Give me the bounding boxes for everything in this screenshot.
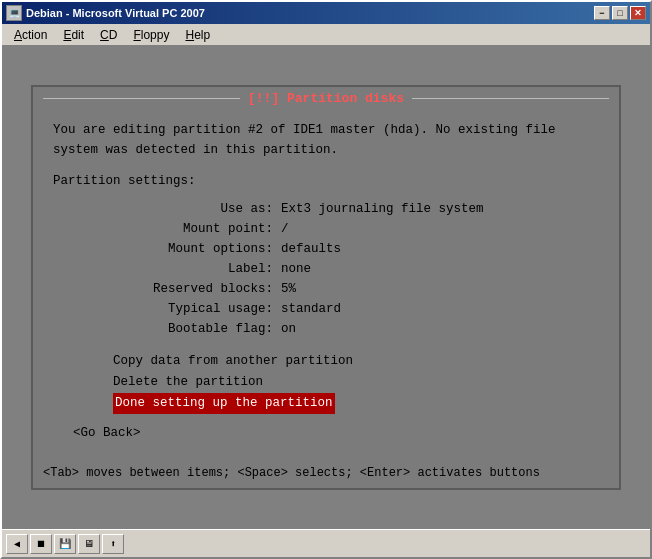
settings-label: Partition settings:: [53, 172, 599, 191]
info-line1: You are editing partition #2 of IDE1 mas…: [53, 123, 556, 137]
menu-floppy[interactable]: Floppy: [125, 26, 177, 44]
setting-val-label: none: [281, 259, 311, 279]
info-text: You are editing partition #2 of IDE1 mas…: [53, 120, 599, 160]
setting-key-mount-options: Mount options:: [113, 239, 273, 259]
title-bar-left: 💻 Debian - Microsoft Virtual PC 2007: [6, 5, 205, 21]
action-delete-partition[interactable]: Delete the partition: [113, 372, 599, 393]
setting-val-typical: standard: [281, 299, 341, 319]
setting-reserved-blocks: Reserved blocks: 5%: [113, 279, 599, 299]
settings-table: Use as: Ext3 journaling file system Moun…: [113, 199, 599, 339]
setting-use-as: Use as: Ext3 journaling file system: [113, 199, 599, 219]
action-done-setting-up[interactable]: Done setting up the partition: [113, 393, 335, 414]
actions-list: Copy data from another partition Delete …: [113, 351, 599, 415]
toolbar-btn-save[interactable]: 💾: [54, 534, 76, 554]
menu-edit[interactable]: Edit: [55, 26, 92, 44]
toolbar-btn-up[interactable]: ⬆: [102, 534, 124, 554]
window-icon: 💻: [6, 5, 22, 21]
setting-label: Label: none: [113, 259, 599, 279]
main-area: [!!] Partition disks You are editing par…: [2, 46, 650, 529]
setting-val-mount-options: defaults: [281, 239, 341, 259]
setting-bootable-flag: Bootable flag: on: [113, 319, 599, 339]
setting-mount-options: Mount options: defaults: [113, 239, 599, 259]
setting-key-bootable: Bootable flag:: [113, 319, 273, 339]
menu-help[interactable]: Help: [177, 26, 218, 44]
go-back-button[interactable]: <Go Back>: [73, 424, 599, 443]
maximize-button[interactable]: □: [612, 6, 628, 20]
toolbar-btn-stop[interactable]: ⏹: [30, 534, 52, 554]
info-line2: system was detected in this partition.: [53, 143, 338, 157]
minimize-button[interactable]: −: [594, 6, 610, 20]
toolbar-btn-back[interactable]: ◀: [6, 534, 28, 554]
setting-typical-usage: Typical usage: standard: [113, 299, 599, 319]
close-button[interactable]: ✕: [630, 6, 646, 20]
setting-key-typical: Typical usage:: [113, 299, 273, 319]
title-bar: 💻 Debian - Microsoft Virtual PC 2007 − □…: [2, 2, 650, 24]
setting-key-reserved: Reserved blocks:: [113, 279, 273, 299]
setting-val-mount-point: /: [281, 219, 289, 239]
menu-action[interactable]: Action: [6, 26, 55, 44]
setting-key-mount-point: Mount point:: [113, 219, 273, 239]
setting-val-use-as: Ext3 journaling file system: [281, 199, 484, 219]
panel-title: [!!] Partition disks: [240, 91, 412, 106]
setting-val-bootable: on: [281, 319, 296, 339]
setting-key-use-as: Use as:: [113, 199, 273, 219]
panel-title-bar: [!!] Partition disks: [33, 87, 619, 110]
main-window: 💻 Debian - Microsoft Virtual PC 2007 − □…: [0, 0, 652, 559]
go-back-label: <Go Back>: [73, 426, 141, 440]
title-bar-buttons: − □ ✕: [594, 6, 646, 20]
menu-bar: Action Edit CD Floppy Help: [2, 24, 650, 46]
window-title: Debian - Microsoft Virtual PC 2007: [26, 7, 205, 19]
terminal-panel: [!!] Partition disks You are editing par…: [31, 85, 621, 490]
setting-val-reserved: 5%: [281, 279, 296, 299]
menu-cd[interactable]: CD: [92, 26, 125, 44]
action-copy-data[interactable]: Copy data from another partition: [113, 351, 599, 372]
setting-key-label: Label:: [113, 259, 273, 279]
toolbar: ◀ ⏹ 💾 🖥 ⬆: [2, 529, 650, 557]
panel-content: You are editing partition #2 of IDE1 mas…: [33, 110, 619, 458]
status-bar: <Tab> moves between items; <Space> selec…: [33, 458, 619, 488]
toolbar-btn-screen[interactable]: 🖥: [78, 534, 100, 554]
status-text: <Tab> moves between items; <Space> selec…: [43, 466, 540, 480]
setting-mount-point: Mount point: /: [113, 219, 599, 239]
